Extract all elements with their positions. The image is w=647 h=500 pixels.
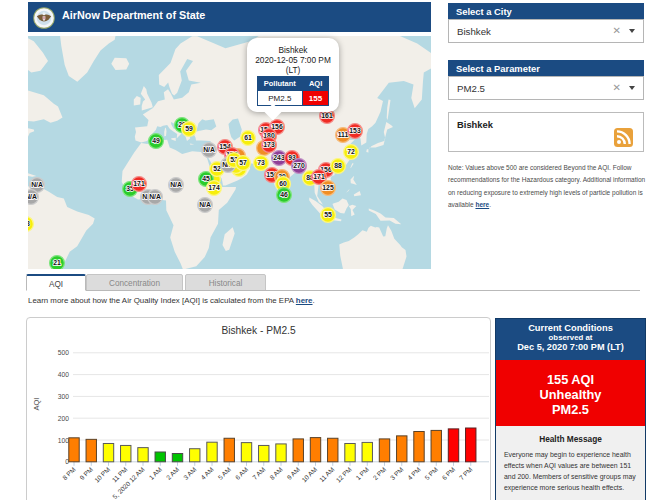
svg-text:3 AM: 3 AM xyxy=(182,466,197,481)
svg-text:153: 153 xyxy=(349,127,361,134)
svg-text:10 AM: 10 AM xyxy=(300,466,318,484)
svg-text:200: 200 xyxy=(58,415,69,422)
svg-text:7 AM: 7 AM xyxy=(251,466,266,481)
svg-text:11 AM: 11 AM xyxy=(318,466,336,484)
svg-text:58: 58 xyxy=(28,220,30,227)
svg-text:270: 270 xyxy=(293,162,305,169)
svg-text:6 AM: 6 AM xyxy=(234,466,249,481)
svg-text:N/A: N/A xyxy=(149,193,161,200)
svg-text:243: 243 xyxy=(273,154,285,161)
svg-text:8 PM: 8 PM xyxy=(61,466,77,482)
svg-text:4 PM: 4 PM xyxy=(406,466,422,482)
svg-text:12 PM: 12 PM xyxy=(334,466,352,484)
svg-text:4 AM: 4 AM xyxy=(199,466,214,481)
svg-text:3 PM: 3 PM xyxy=(389,466,405,482)
svg-text:55: 55 xyxy=(324,211,332,218)
svg-text:7 PM: 7 PM xyxy=(458,466,474,482)
svg-text:171: 171 xyxy=(313,173,325,180)
svg-text:171: 171 xyxy=(133,180,145,187)
svg-text:500: 500 xyxy=(58,349,69,356)
svg-text:10 PM: 10 PM xyxy=(93,466,111,484)
svg-text:125: 125 xyxy=(322,184,334,191)
svg-text:72: 72 xyxy=(347,148,355,155)
svg-text:N/A: N/A xyxy=(170,181,182,188)
svg-text:N/A: N/A xyxy=(199,201,211,208)
svg-text:6 PM: 6 PM xyxy=(441,466,457,482)
svg-text:161: 161 xyxy=(321,112,333,119)
svg-text:9 PM: 9 PM xyxy=(78,466,94,482)
svg-text:111: 111 xyxy=(338,131,349,138)
svg-text:174: 174 xyxy=(208,184,220,191)
svg-text:59: 59 xyxy=(185,125,193,132)
svg-text:52: 52 xyxy=(213,165,221,172)
svg-text:5 AM: 5 AM xyxy=(217,466,232,481)
svg-text:45: 45 xyxy=(202,175,210,182)
svg-text:300: 300 xyxy=(58,393,69,400)
svg-text:21: 21 xyxy=(53,259,61,266)
svg-text:73: 73 xyxy=(257,159,265,166)
svg-text:49: 49 xyxy=(152,137,160,144)
svg-text:AQI: AQI xyxy=(32,398,41,411)
svg-text:5 PM: 5 PM xyxy=(423,466,439,482)
svg-text:57: 57 xyxy=(239,159,247,166)
svg-text:2 PM: 2 PM xyxy=(372,466,388,482)
svg-text:60: 60 xyxy=(279,180,287,187)
svg-text:N/A: N/A xyxy=(31,181,43,188)
svg-text:2 AM: 2 AM xyxy=(165,466,180,481)
svg-text:173: 173 xyxy=(263,141,275,148)
svg-text:100: 100 xyxy=(58,437,69,444)
svg-text:61: 61 xyxy=(244,134,252,141)
svg-text:1 AM: 1 AM xyxy=(148,466,163,481)
svg-text:N/A: N/A xyxy=(28,193,37,200)
svg-text:46: 46 xyxy=(280,191,288,198)
svg-text:88: 88 xyxy=(334,162,342,169)
svg-text:1 PM: 1 PM xyxy=(354,466,370,482)
svg-text:8 AM: 8 AM xyxy=(268,466,283,481)
svg-text:N/A: N/A xyxy=(203,146,215,153)
svg-text:400: 400 xyxy=(58,371,69,378)
svg-text:9 AM: 9 AM xyxy=(286,466,301,481)
